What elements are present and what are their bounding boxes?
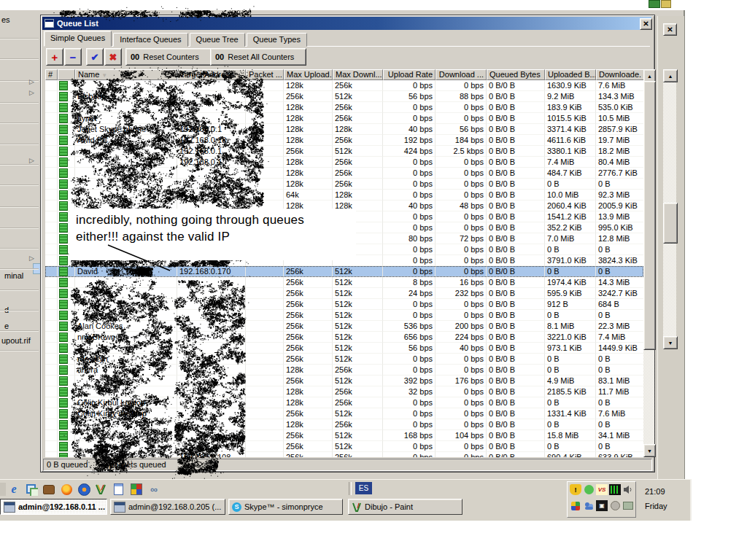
queue-row[interactable]: ahera128k256k0 bps0 bps0 B/0 B0 B0 B (45, 365, 643, 376)
cell-upload-rate: 0 bps (383, 365, 436, 376)
clock-tray-icon[interactable] (609, 500, 621, 511)
queue-row[interactable]: Awid PC192.168.0.18128k256k192 bps184 bp… (45, 135, 643, 146)
column-header-max-download[interactable]: Max Downl... (333, 69, 383, 80)
column-header-downloaded-bytes[interactable]: Downloade. (596, 69, 643, 80)
submenu-arrow-icon[interactable]: ▷ (29, 157, 34, 164)
queue-row[interactable]: 256k512k168 bps104 bps0 B/0 B15.8 MiB34.… (45, 430, 643, 441)
add-queue-button[interactable]: + (46, 48, 63, 66)
satchel-icon[interactable] (42, 483, 55, 496)
security-shield-icon[interactable]: ! (570, 484, 581, 495)
queue-row[interactable]: David192.168.0.170256k512k0 bps0 bps0 B/… (45, 266, 643, 277)
link-icon[interactable]: ∞ (147, 483, 160, 496)
queue-row[interactable]: 256k512k0 bps0 bps0 B/0 B0 B0 B (45, 441, 643, 452)
screen: es minal d e upout.rif ✕ ▲ ▼ Queue List … (0, 0, 747, 560)
queue-row[interactable]: 192.168.0.1128k256k0 bps0 bps0 B/0 B7.4 … (45, 157, 643, 168)
column-header-upload-rate[interactable]: Upload Rate (383, 69, 436, 80)
sidebar-item-fragment[interactable]: es (1, 15, 39, 24)
tab-queue-tree[interactable]: Queue Tree (190, 33, 245, 47)
queue-row[interactable]: 256k512k24 bps232 bps0 B/0 B595.9 KiB324… (45, 288, 643, 299)
taskbar-button-winbox-1[interactable]: admin@192.168.0.11 ... (0, 499, 107, 515)
tab-queue-types[interactable]: Queue Types (247, 33, 307, 47)
queue-row[interactable]: 128k256k0 bps0 bps0 B/0 B0 B0 B (45, 179, 643, 190)
camera-icon[interactable]: ▣ (596, 500, 608, 511)
column-header-num[interactable]: # (45, 69, 58, 80)
scroll-down-icon[interactable]: ▼ (643, 444, 656, 457)
cell-name (75, 441, 177, 452)
queue-row[interactable]: 256k512k0 bps0 bps0 B/0 B912 B684 B (45, 299, 643, 310)
cell-queued-bytes: 0 B/0 B (487, 332, 545, 343)
submenu-arrow-icon[interactable]: ▷ (29, 89, 34, 96)
network-graph-icon[interactable] (609, 484, 621, 495)
cell-icon (58, 91, 75, 102)
queue-row[interactable]: 256k512k56 bps40 bps0 B/0 B973.1 KiB1449… (45, 343, 643, 354)
column-header-icon[interactable] (58, 69, 75, 80)
queue-row[interactable]: Janet Skype phone192.168.0.1128k128k40 b… (45, 124, 643, 135)
reset-all-counters-button[interactable]: 00 Reset All Counters (210, 48, 306, 66)
column-header-name[interactable]: Name▼ (75, 69, 177, 80)
queue-row[interactable]: 128k256k0 bps0 bps0 B/0 B183.9 KiB535.0 … (45, 102, 643, 113)
queue-row[interactable]: 128k256k32 bps0 bps0 B/0 B2185.5 KiB11.7… (45, 386, 643, 397)
queue-row[interactable]: Colin Kirbul Laptop128k256k0 bps0 bps0 B… (45, 397, 643, 408)
taskbar-button-winbox-2[interactable]: admin@192.168.0.205 (... (110, 499, 225, 515)
people-icon[interactable] (583, 500, 595, 511)
messenger-icon[interactable] (570, 500, 581, 511)
cell-icon (58, 299, 75, 310)
sidebar-item-fragment[interactable]: e (4, 322, 42, 330)
tab-simple-queues[interactable]: Simple Queues (44, 31, 112, 47)
enable-queue-button[interactable]: ✔ (86, 48, 104, 66)
disable-queue-button[interactable]: ✖ (104, 48, 122, 66)
remove-queue-button[interactable]: − (64, 48, 82, 66)
column-header-max-upload[interactable]: Max Upload... (284, 69, 333, 80)
queue-row[interactable]: 192.168.0.1256k512k424 bps2.5 kbps0 B/0 … (45, 146, 643, 157)
usb-device-icon[interactable] (622, 500, 634, 511)
volume-icon[interactable] (622, 484, 634, 495)
queue-row[interactable]: Lynet128k256k0 bps0 bps0 B/0 B1015.5 KiB… (45, 113, 643, 124)
taskbar-button-skype[interactable]: S Skype™ - simonpryce (228, 499, 343, 515)
column-header-download-rate[interactable]: Download ... (436, 69, 487, 80)
column-header-packet-marks[interactable]: Packet ... (246, 69, 284, 80)
queue-row[interactable]: Colin Kirby desktop256k512k0 bps0 bps0 B… (45, 408, 643, 419)
cell-packet-marks (246, 419, 284, 430)
queue-row[interactable]: rdes Lyn256k512k0 bps0 bps0 B/0 B0 B0 B (45, 354, 643, 365)
column-header-queued-bytes[interactable]: Queued Bytes (487, 69, 545, 80)
queue-window-titlebar[interactable]: Queue List (42, 17, 651, 30)
queue-row[interactable]: 128k256k0 bps0 bps0 B/0 B484.7 KiB2776.7… (45, 168, 643, 179)
antivirus-icon[interactable]: VS (596, 484, 608, 495)
column-header-uploaded-bytes[interactable]: Uploaded B... (545, 69, 596, 80)
queue-row[interactable]: 64k128k0 bps0 bps0 B/0 B10.0 MiB92.3 MiB (45, 190, 643, 201)
ie-icon[interactable]: e (7, 483, 20, 496)
column-header-target-address[interactable]: Target Address▲ (177, 69, 246, 80)
cell-packet-marks (246, 299, 284, 310)
tab-interface-queues[interactable]: Interface Queues (113, 33, 187, 47)
queue-row[interactable]: 128k256k0 bps0 bps0 B/0 B0 B0 B (45, 419, 643, 430)
media-player-icon[interactable] (77, 483, 90, 496)
background-window-close-button[interactable]: ✕ (663, 23, 677, 36)
cell-uploaded-bytes: 484.7 KiB (545, 168, 596, 179)
scroll-down-icon[interactable]: ▼ (663, 336, 678, 349)
queue-row[interactable]: 256k512k0 bps0 bps0 B/0 B0 B0 B (45, 310, 643, 321)
reset-counters-button[interactable]: 00 Reset Counters (125, 48, 213, 66)
skype-tray-icon[interactable] (583, 484, 595, 495)
quicklaunch-partial-icon[interactable] (0, 483, 6, 496)
flame-icon[interactable] (60, 483, 73, 496)
submenu-arrow-icon[interactable]: ▷ (29, 78, 34, 85)
queue-row[interactable]: Alan Cookes256k512k536 bps200 bps0 B/0 B… (45, 321, 643, 332)
queue-row[interactable]: Elsbeth256k512k56 bps88 bps0 B/0 B9.2 Mi… (45, 91, 643, 102)
windows-stack-icon[interactable] (25, 483, 38, 496)
scrollbar-thumb[interactable] (663, 203, 678, 244)
queue-row[interactable]: nny Brown256k512k656 bps224 bps0 B/0 B32… (45, 332, 643, 343)
color-grid-icon[interactable] (130, 483, 143, 496)
sidebar-item-fragment-supout[interactable]: upout.rif (1, 336, 39, 345)
queue-row[interactable]: 256k512k8 bps16 bps0 B/0 B1974.4 KiB14.3… (45, 277, 643, 288)
queue-row[interactable]: 192.168.0.108256k256k0 bps0 bps0 B/0 B69… (45, 452, 643, 457)
queue-row[interactable]: 128k256k0 bps0 bps0 B/0 B1630.9 KiB7.6 M… (45, 80, 643, 91)
winbox-icon[interactable] (94, 483, 107, 496)
queue-window-close-button[interactable]: ✕ (640, 18, 652, 30)
scroll-up-icon[interactable]: ▲ (663, 69, 678, 82)
queue-row[interactable]: 256k512k392 bps176 bps0 B/0 B4.9 MiB83.1… (45, 376, 643, 386)
language-indicator[interactable]: ES (355, 482, 372, 494)
taskbar-button-paint[interactable]: Dibujo - Paint (348, 499, 462, 515)
scrollbar-thumb[interactable] (643, 81, 656, 350)
submenu-arrow-icon[interactable]: ▷ (29, 254, 34, 262)
document-icon[interactable] (112, 483, 125, 496)
